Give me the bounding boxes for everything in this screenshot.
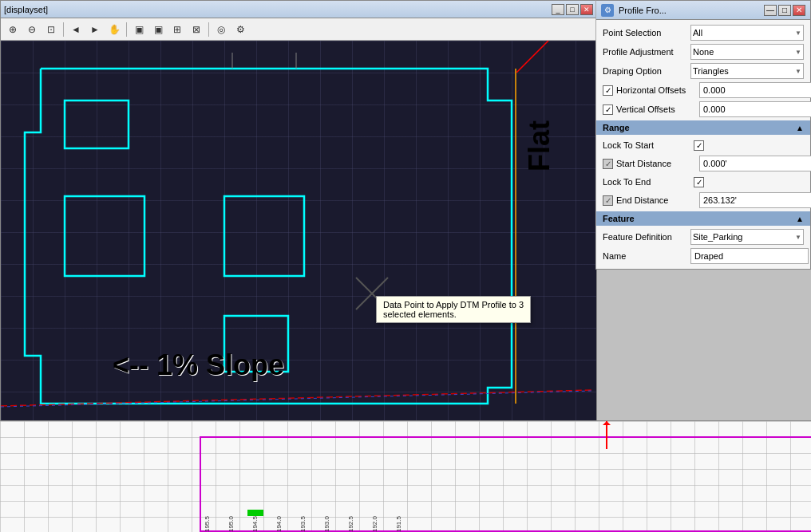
end-distance-input[interactable] — [699, 192, 811, 208]
profile-title-left: ⚙ Profile Fro... — [601, 4, 667, 17]
feature-chevron-icon: ▲ — [796, 215, 804, 223]
cad-tooltip: Data Point to Apply DTM Profile to 3 sel… — [376, 296, 531, 323]
profile-titlebar: ⚙ Profile Fro... — □ ✕ — [596, 1, 810, 20]
feature-definition-arrow-icon: ▼ — [795, 234, 801, 241]
profile-adjustment-select[interactable]: None ▼ — [690, 44, 804, 60]
cad-window: [displayset] _ □ ✕ ⊕ ⊖ ⊡ ◄ ► ✋ ▣ ▣ ⊞ ⊠ ◎… — [0, 0, 597, 423]
minimize-button[interactable]: _ — [552, 4, 564, 15]
circle-button[interactable]: ◎ — [212, 21, 230, 38]
end-distance-row: End Distance — [596, 191, 810, 210]
cad-titlebar: [displayset] _ □ ✕ — [1, 1, 596, 18]
cad-window-title: [displayset] — [4, 5, 48, 14]
rect2-button[interactable]: ▣ — [149, 21, 167, 38]
range-section-header[interactable]: Range ▲ — [596, 120, 810, 135]
start-distance-row: Start Distance — [596, 154, 810, 173]
point-selection-row: Point Selection All ▼ — [596, 23, 810, 42]
vertical-offsets-row: Vertical Offsets — [596, 100, 810, 119]
grid-label: 195.0 — [227, 516, 251, 532]
point-selection-select[interactable]: All ▼ — [690, 25, 804, 41]
profile-panel-title: Profile Fro... — [619, 6, 667, 15]
name-row: Name — [596, 246, 810, 266]
point-selection-value: All — [693, 28, 702, 37]
red-arrow-top-svg — [599, 421, 615, 449]
end-distance-checkbox[interactable] — [603, 195, 613, 206]
feature-section-title: Feature — [603, 214, 635, 223]
horizontal-offsets-checkbox[interactable] — [603, 85, 613, 96]
name-input[interactable] — [690, 248, 809, 264]
grid-labels: 195.5 195.0 194.5 194.0 193.5 193.0 192.… — [204, 516, 419, 532]
profile-adjustment-arrow-icon: ▼ — [795, 49, 801, 56]
floor-plan-svg — [17, 53, 560, 420]
draping-option-select[interactable]: Triangles ▼ — [690, 63, 804, 79]
feature-definition-select[interactable]: Site_Parking ▼ — [690, 229, 804, 245]
profile-close-button[interactable]: ✕ — [793, 5, 805, 16]
grid-label: 191.5 — [395, 516, 419, 532]
grid-label: 193.5 — [299, 516, 323, 532]
profile-panel: ⚙ Profile Fro... — □ ✕ Point Selection A… — [595, 0, 811, 270]
horizontal-offsets-input[interactable] — [699, 82, 811, 98]
toolbar-separator-2 — [126, 22, 127, 37]
lock-to-start-label: Lock To Start — [603, 140, 690, 150]
lock-to-end-row: Lock To End — [596, 173, 810, 191]
profile-adjustment-label: Profile Adjustment — [603, 47, 690, 57]
profile-win-buttons: — □ ✕ — [764, 5, 805, 16]
select-button[interactable]: ✋ — [105, 21, 123, 38]
svg-rect-1 — [65, 196, 144, 276]
start-distance-checkbox[interactable] — [603, 159, 613, 169]
start-distance-input[interactable] — [699, 156, 811, 171]
zoom-in-button[interactable]: ⊕ — [4, 21, 22, 38]
pan-right-button[interactable]: ► — [86, 21, 104, 38]
green-bar — [247, 510, 263, 516]
close-button[interactable]: ✕ — [580, 4, 593, 15]
cad-canvas: <-- 1% Slope Flat Data Point to Apply DT… — [1, 41, 596, 422]
slope-text: <-- 1% Slope — [113, 349, 284, 382]
svg-rect-0 — [65, 100, 129, 148]
lock-to-start-row: Lock To Start — [596, 136, 810, 154]
profile-icon: ⚙ — [601, 4, 614, 17]
profile-maximize-button[interactable]: □ — [778, 5, 791, 16]
svg-marker-13 — [603, 421, 611, 425]
svg-line-11 — [516, 41, 548, 73]
draping-option-row: Draping Option Triangles ▼ — [596, 61, 810, 81]
cad-toolbar: ⊕ ⊖ ⊡ ◄ ► ✋ ▣ ▣ ⊞ ⊠ ◎ ⚙ — [1, 18, 596, 41]
range-section-title: Range — [603, 123, 630, 132]
horizontal-offsets-row: Horizontal Offsets — [596, 81, 810, 100]
profile-minimize-button[interactable]: — — [764, 5, 777, 16]
grid-label: 194.0 — [275, 516, 299, 532]
maximize-button[interactable]: □ — [566, 4, 579, 15]
svg-line-9 — [1, 390, 591, 406]
profile-adjustment-value: None — [693, 47, 714, 57]
grid-label: 194.5 — [251, 516, 275, 532]
point-selection-arrow-icon: ▼ — [795, 30, 801, 37]
draping-option-arrow-icon: ▼ — [795, 68, 801, 75]
grid-label: 195.5 — [204, 516, 227, 532]
lock-to-end-label: Lock To End — [603, 177, 690, 187]
draping-option-value: Triangles — [693, 66, 729, 76]
window-button[interactable]: ⊞ — [168, 21, 186, 38]
lock-to-end-checkbox[interactable] — [694, 177, 704, 187]
profile-adjustment-row: Profile Adjustment None ▼ — [596, 42, 810, 61]
vertical-offsets-checkbox[interactable] — [603, 104, 613, 115]
lock-to-start-checkbox[interactable] — [694, 140, 704, 151]
cad-window-buttons: _ □ ✕ — [552, 4, 593, 15]
svg-rect-2 — [224, 196, 304, 276]
feature-section-header[interactable]: Feature ▲ — [596, 211, 810, 226]
toolbar-separator-1 — [63, 22, 64, 37]
cross-button[interactable]: ⊠ — [188, 21, 205, 38]
horizontal-offsets-label: Horizontal Offsets — [616, 85, 696, 95]
panel-content: Point Selection All ▼ Profile Adjustment… — [596, 20, 810, 269]
range-chevron-icon: ▲ — [796, 124, 804, 132]
grid-label: 193.0 — [323, 516, 347, 532]
zoom-out-button[interactable]: ⊖ — [23, 21, 41, 38]
svg-line-10 — [1, 391, 591, 407]
zoom-fit-button[interactable]: ⊡ — [42, 21, 60, 38]
pan-left-button[interactable]: ◄ — [67, 21, 85, 38]
grid-label: 192.0 — [371, 516, 395, 532]
settings-button[interactable]: ⚙ — [231, 21, 249, 38]
bottom-area: 195.5 195.0 194.5 194.0 193.5 193.0 192.… — [0, 420, 811, 532]
end-distance-label: End Distance — [616, 195, 696, 205]
feature-definition-row: Feature Definition Site_Parking ▼ — [596, 227, 810, 246]
rect-button[interactable]: ▣ — [130, 21, 148, 38]
toolbar-separator-3 — [208, 22, 209, 37]
vertical-offsets-input[interactable] — [699, 101, 811, 117]
